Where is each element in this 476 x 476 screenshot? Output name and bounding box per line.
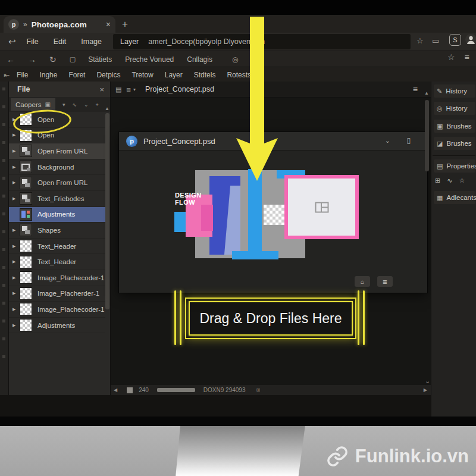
drop-zone-box[interactable]: Drag & Drop Files Here [185,298,356,339]
panel-tab[interactable]: Caopers ▣ [11,98,55,111]
panel-close-icon[interactable]: × [99,85,104,94]
layer-row-shapes[interactable]: ▶ Shapes [9,223,105,239]
app-menu-detpics[interactable]: Detpics [96,71,120,79]
profile-avatar[interactable] [465,34,476,45]
toolbar-link-3[interactable]: Cnllagis [187,55,212,64]
bookmark-star-icon[interactable]: ☆ [416,36,424,45]
window-icon[interactable]: ▥ [251,55,258,64]
panel-scrollbar[interactable] [105,113,109,309]
layer-list: ▶ Open ▶ Open ▶ Open From URL ▶ Backgrou… [9,112,105,333]
new-tab-button[interactable]: + [122,18,128,30]
favorites-star-icon[interactable]: ☆ [447,52,455,62]
expander-icon[interactable]: ▶ [12,275,20,280]
expander-icon[interactable]: ▶ [12,291,20,296]
menu-edit[interactable]: Edit [54,37,67,46]
browser-tab[interactable]: p » Photoepa.com × [4,16,115,33]
wave-icon[interactable]: ∿ [72,102,77,108]
layer-row-image-placeholder-2[interactable]: ▶ Image_Placherder-1 [9,286,105,302]
nav-forward-icon[interactable]: → [28,55,36,64]
scroll-right-icon[interactable]: ▶ [424,387,427,393]
menu-image[interactable]: Image [81,37,102,46]
layer-label: Image_Plachecoder-1 [37,306,105,313]
list-view-button[interactable]: ≣ [377,276,393,287]
toolbar-link-1[interactable]: Stätiets [88,55,112,64]
scroll-up-icon[interactable]: ▲ [105,106,109,111]
app-home-icon[interactable]: ⇤ [4,71,10,79]
back-curved-icon[interactable]: ↩ [8,36,16,47]
status-grid-icon[interactable]: ⊞ [256,387,260,393]
app-menu-layer[interactable]: Layer [165,71,183,79]
tab-close-icon[interactable]: × [106,20,111,29]
brushes-panel-button-2[interactable]: ◪ Brushes [434,137,475,150]
reload-icon[interactable]: ↻ [49,55,57,64]
expander-icon[interactable]: ▶ [12,244,20,249]
document-window-titlebar[interactable]: p Project_Concept.psd ⌄ ▯ [119,132,427,151]
zoom-slider[interactable] [157,388,195,392]
window-collapse-icon[interactable]: ⌄ [385,137,390,145]
properties-panel-button[interactable]: ▤ Properties [434,159,475,173]
expander-icon[interactable]: ▶ [12,180,20,185]
caret-down-icon[interactable]: ▾ [62,102,65,108]
device-preview-icon[interactable]: ▯ [406,136,411,145]
toolbar-link-2[interactable]: Preche Vonued [125,55,174,64]
adjustments-panel-button[interactable]: ▦ Adlecants [434,191,475,204]
panel-label: Properties [446,162,476,170]
canvas-vertical-scrollbar[interactable] [425,100,429,171]
marker-icon[interactable]: ▥ [126,87,131,92]
layer-row-background[interactable]: ▶ Background [9,159,105,176]
expander-icon[interactable]: ▶ [12,165,20,170]
zoom-level[interactable]: 240 [139,387,149,393]
layer-row-adjustments-selected[interactable]: ▶ Adjustments [9,207,105,223]
history-panel-button-1[interactable]: ✎ History [434,84,475,98]
extension-badge[interactable]: S [449,34,461,46]
app-menu-inghe[interactable]: Inghe [39,71,57,79]
scroll-left-icon[interactable]: ◀ [114,387,117,393]
chat-icon[interactable]: ▭ [432,36,439,45]
app-menu-stdtels[interactable]: Stdtels [194,71,216,79]
layer-row-image-placeholder-3[interactable]: ▶ Image_Plachecoder-1 [9,302,105,318]
layer-thumbnail [20,303,32,315]
address-bar[interactable]: Layer amert_Docep(bpöyolp Dlyovemgen [113,34,411,49]
expander-icon[interactable]: ▶ [12,149,20,154]
app-menu-file[interactable]: File [17,71,28,79]
expander-icon[interactable]: ▶ [12,196,20,201]
canvas-menu-icon[interactable]: ≡ [413,84,418,94]
chevron-down-icon[interactable]: ⌄ [84,102,89,108]
app-menu-foret[interactable]: Foret [68,71,85,79]
expander-icon[interactable]: ▶ [12,228,20,233]
expander-icon[interactable]: ▶ [12,307,20,312]
page-icon[interactable]: ▢ [70,55,76,63]
layer-row-text-friebodes[interactable]: ▶ Text_Friebodes [9,191,105,207]
brushes-panel-button-1[interactable]: ▣ Brushes [434,120,475,133]
curve-icon[interactable]: ∿ [447,177,452,184]
expander-icon[interactable]: ▶ [12,323,20,328]
nav-back-icon[interactable]: ← [7,55,15,64]
export-button[interactable]: ⌂ [355,276,370,287]
layer-row-open-from-url-2[interactable]: ▶ Open From URL [9,175,105,191]
layer-label: Text_Friebodes [37,195,84,202]
layer-row-open-from-url-1[interactable]: ▶ Open From URL [9,143,105,159]
expander-icon[interactable]: ▶ [12,133,20,137]
right-dock-panel: ✎ History ◎ History ▣ Brushes ◪ Brushes … [431,82,476,416]
grid-icon[interactable]: ⊞ [435,177,440,184]
history-panel-button-2[interactable]: ◎ History [434,102,475,115]
app-menu-tretow[interactable]: Tretow [131,71,153,79]
app-menu-rotests[interactable]: Rotests [227,71,251,79]
menu-file[interactable]: File [27,37,39,46]
drop-zone[interactable]: Drag & Drop Files Here [174,289,365,346]
layer-row-text-header-1[interactable]: ▶ Text_Header [9,239,105,255]
document-tab-title[interactable]: Project_Concept.psd [145,85,214,93]
star-icon[interactable]: ☆ [459,177,465,184]
expander-icon[interactable]: ▶ [12,259,20,264]
canvas-chevron-down-icon[interactable]: ⌄ [425,377,430,385]
canvas-scroll-up-icon[interactable]: ▲ [424,90,429,96]
layer-row-adjustments-2[interactable]: ▶ Adjustments [9,318,105,334]
layer-row-image-placeholder-1[interactable]: ▶ Image_Plachecoder-1 [9,270,105,286]
document-tab-bar: ▤ ▥ ▾ Project_Concept.psd ≡ [111,82,431,98]
add-icon[interactable]: + [96,102,99,108]
tab-caret-icon[interactable]: ▾ [133,87,136,92]
extensions-icon[interactable]: ◎ [232,55,238,64]
layers-glyph-icon[interactable]: ▤ [115,86,121,93]
browser-menu-icon[interactable]: ≡ [465,52,469,62]
layer-row-text-header-2[interactable]: ▶ Text_Header [9,254,105,270]
